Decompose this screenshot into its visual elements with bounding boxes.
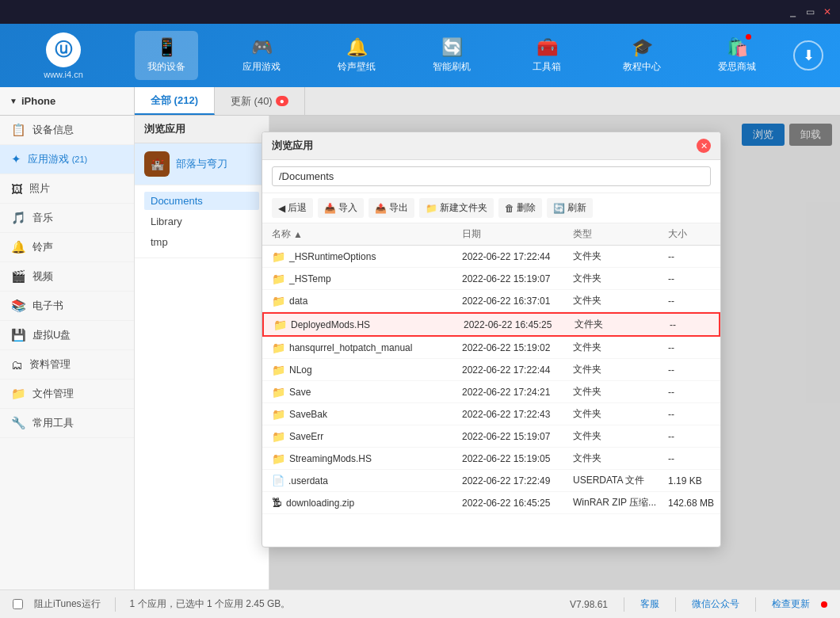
fb-delete-label: 删除 [517, 201, 536, 215]
sidebar-item-apps[interactable]: ✦ 应用游戏 (21) [0, 145, 134, 174]
fb-title: 浏览应用 [272, 139, 313, 153]
fb-filename: downloading.zip [286, 498, 354, 509]
sidebar-item-files[interactable]: 🗂 资料管理 [0, 350, 134, 380]
minimize-button[interactable]: ⎯ [786, 6, 799, 18]
fb-filename: NLog [289, 364, 312, 376]
ringtones-side-icon: 🔔 [11, 240, 26, 254]
itunes-label: 阻止iTunes运行 [34, 597, 101, 611]
nav-tutorials[interactable]: 🎓 教程中心 [610, 31, 674, 80]
tab-update[interactable]: 更新 (40) ● [215, 87, 305, 115]
sidebar-item-udisk[interactable]: 💾 虚拟U盘 [0, 321, 134, 350]
fb-file-row-7[interactable]: 📁SaveBak 2022-06-22 17:22:43 文件夹 -- [262, 403, 720, 425]
fb-import-button[interactable]: 📥 导入 [318, 198, 364, 218]
fb-row-date: 2022-06-22 15:19:02 [462, 342, 573, 353]
content-area: 浏览 卸载 浏览应用 🏰 部落与弯刀 Documents Library tmp [135, 116, 840, 589]
nav-store[interactable]: 🛍️ 爱思商城 [705, 31, 769, 80]
sidebar-item-photos-label: 照片 [29, 181, 50, 196]
fb-filename: _HSTemp [289, 273, 331, 284]
folder-icon: 📁 [272, 364, 285, 376]
fb-file-row-4[interactable]: 📁hansqurrel_hotpatch_manual 2022-06-22 1… [262, 337, 720, 359]
fb-col-type: 类型 [573, 227, 668, 241]
toolbox-label: 工具箱 [533, 60, 561, 74]
sidebar-item-photos[interactable]: 🖼 照片 [0, 174, 134, 204]
status-divider-1 [115, 597, 116, 612]
fb-row-size: 1.19 KB [668, 475, 720, 486]
fb-path-input[interactable] [272, 166, 711, 186]
sidebar-item-music-label: 音乐 [32, 211, 53, 225]
nav-my-device[interactable]: 📱 我的设备 [135, 31, 198, 80]
sidebar: 📋 设备信息 ✦ 应用游戏 (21) 🖼 照片 🎵 音乐 🔔 铃声 🎬 视 [0, 116, 135, 589]
fb-row-name: 📁Save [272, 386, 462, 399]
sidebar-item-music[interactable]: 🎵 音乐 [0, 204, 134, 233]
download-button[interactable]: ⬇ [793, 40, 823, 71]
fb-row-name: 📄.userdata [272, 475, 462, 486]
fb-export-button[interactable]: 📤 导出 [368, 198, 414, 218]
sidebar-item-videos[interactable]: 🎬 视频 [0, 262, 134, 292]
fb-filename: _HSRuntimeOptions [289, 251, 376, 262]
dir-tmp[interactable]: tmp [144, 233, 259, 251]
fb-row-name: 📁NLog [272, 364, 462, 376]
fb-file-row-2[interactable]: 📁data 2022-06-22 16:37:01 文件夹 -- [262, 290, 720, 312]
restore-button[interactable]: ▭ [804, 6, 816, 18]
title-bar: ⎯ ▭ ✕ [0, 0, 840, 24]
folder-icon: 📁 [272, 273, 285, 285]
sidebar-item-tools-label: 常用工具 [32, 416, 74, 430]
device-label: iPhone [21, 95, 55, 107]
itunes-checkbox[interactable] [13, 599, 23, 609]
file-browser: 浏览应用 ✕ ◀ 后退 📥 [262, 132, 721, 547]
sidebar-item-filemanager[interactable]: 📁 文件管理 [0, 380, 134, 409]
fb-row-size: -- [670, 319, 720, 330]
sidebar-item-device-info[interactable]: 📋 设备信息 [0, 116, 134, 145]
fb-file-row-8[interactable]: 📁SaveErr 2022-06-22 15:19:07 文件夹 -- [262, 425, 720, 448]
service-link[interactable]: 客服 [640, 597, 659, 611]
fb-file-row-3[interactable]: 📁DeployedMods.HS 2022-06-22 16:45:25 文件夹… [262, 312, 720, 337]
fb-row-name: 📁SaveErr [272, 430, 462, 443]
fb-row-size: -- [668, 342, 720, 353]
sidebar-item-ringtones[interactable]: 🔔 铃声 [0, 233, 134, 262]
tools-icon: 🔧 [11, 416, 26, 430]
dir-documents[interactable]: Documents [144, 192, 259, 210]
fb-file-row-10[interactable]: 📄.userdata 2022-06-22 17:22:49 USERDATA … [262, 470, 720, 492]
folder-icon: 📁 [272, 341, 285, 354]
tab-all[interactable]: 全部 (212) [135, 87, 215, 115]
fb-header-row: 名称 ▲ 日期 类型 大小 [262, 223, 720, 246]
fb-row-size: -- [668, 251, 720, 262]
fb-filename: data [289, 296, 307, 307]
fb-row-date: 2022-06-22 16:37:01 [462, 296, 573, 307]
sidebar-item-ebooks[interactable]: 📚 电子书 [0, 292, 134, 321]
nav-ringtones[interactable]: 🔔 铃声壁纸 [325, 31, 388, 80]
nav-smart-flash[interactable]: 🔄 智能刷机 [420, 31, 483, 80]
app-list-item-0[interactable]: 🏰 部落与弯刀 [135, 143, 269, 185]
logo-icon: ⓤ [46, 32, 81, 67]
wechat-link[interactable]: 微信公众号 [692, 597, 739, 611]
fb-row-type: WinRAR ZIP 压缩... [573, 496, 668, 509]
fb-file-row-11[interactable]: 🗜downloading.zip 2022-06-22 16:45:25 Win… [262, 492, 720, 514]
fb-file-row-1[interactable]: 📁_HSTemp 2022-06-22 15:19:07 文件夹 -- [262, 268, 720, 290]
files-icon: 🗂 [11, 358, 23, 372]
nav-apps[interactable]: 🎮 应用游戏 [230, 31, 293, 80]
nav-toolbox[interactable]: 🧰 工具箱 [515, 31, 578, 80]
store-icon: 🛍️ [727, 37, 748, 58]
fb-file-row-9[interactable]: 📁StreamingMods.HS 2022-06-22 15:19:05 文件… [262, 448, 720, 470]
sidebar-item-tools[interactable]: 🔧 常用工具 [0, 409, 134, 438]
fb-file-row-0[interactable]: 📁_HSRuntimeOptions 2022-06-22 17:22:44 文… [262, 246, 720, 268]
folder-icon: 📁 [272, 250, 285, 263]
fb-row-size: -- [668, 273, 720, 284]
fb-row-date: 2022-06-22 17:22:49 [462, 475, 573, 486]
dir-library[interactable]: Library [144, 212, 259, 231]
status-divider-3 [675, 597, 676, 612]
fb-file-row-5[interactable]: 📁NLog 2022-06-22 17:22:44 文件夹 -- [262, 359, 720, 381]
fb-refresh-button[interactable]: 🔄 刷新 [547, 198, 593, 218]
check-update-link[interactable]: 检查更新 [772, 597, 810, 611]
fb-row-type: 文件夹 [573, 429, 668, 443]
fb-new-folder-button[interactable]: 📁 新建文件夹 [419, 198, 494, 218]
fb-close-button[interactable]: ✕ [697, 139, 711, 153]
videos-icon: 🎬 [11, 269, 26, 284]
fb-filename: DeployedMods.HS [291, 319, 370, 330]
fb-row-date: 2022-06-22 16:45:25 [462, 498, 573, 509]
fb-delete-button[interactable]: 🗑 删除 [498, 198, 542, 218]
fb-file-row-6[interactable]: 📁Save 2022-06-22 17:24:21 文件夹 -- [262, 381, 720, 403]
close-button[interactable]: ✕ [821, 6, 834, 18]
fb-refresh-label: 刷新 [567, 201, 586, 215]
fb-back-button[interactable]: ◀ 后退 [272, 198, 313, 218]
